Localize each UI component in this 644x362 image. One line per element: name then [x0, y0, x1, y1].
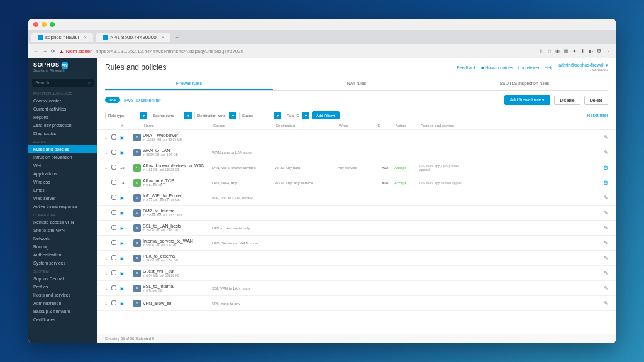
edit-icon[interactable]: ✎: [604, 134, 608, 140]
search-input[interactable]: Search⌕: [32, 79, 94, 87]
sidebar-item-wireless[interactable]: Wireless: [28, 178, 97, 186]
sidebar-item-activities[interactable]: Current activities: [28, 105, 97, 113]
close-icon[interactable]: ×: [84, 35, 87, 40]
sidebar-item-apps[interactable]: Applications: [28, 170, 97, 178]
row-checkbox[interactable]: [111, 165, 116, 170]
table-row[interactable]: 1 ▣ ≡ Internal_servers_to_WANin 58.06 GB…: [97, 236, 616, 251]
howto-link[interactable]: ■ How-to guides: [481, 65, 513, 70]
reset-filter-link[interactable]: Reset filter: [587, 113, 608, 118]
sidebar-item-control[interactable]: Control center: [28, 97, 97, 105]
row-checkbox[interactable]: [111, 255, 116, 260]
max-dot[interactable]: [50, 22, 55, 27]
sidebar-item-sysserv[interactable]: System services: [28, 259, 97, 267]
sidebar-item-network[interactable]: Network: [28, 234, 97, 243]
filter-dstzone[interactable]: Destination zone▾: [194, 112, 236, 119]
edit-icon[interactable]: ✎: [604, 210, 608, 216]
tab-firewall[interactable]: Firewall rules: [105, 77, 273, 90]
sidebar-item-reports[interactable]: Reports: [28, 113, 97, 121]
edit-icon[interactable]: ✎: [604, 300, 608, 306]
menu-icon[interactable]: ⋮: [606, 48, 611, 54]
filter-srczone[interactable]: Source zone▾: [150, 112, 192, 119]
download-icon[interactable]: ⬇: [580, 48, 585, 54]
sidebar-item-rules[interactable]: Rules and policies: [28, 145, 97, 153]
sidebar-item-central[interactable]: Sophos Central: [28, 275, 97, 283]
row-checkbox[interactable]: [111, 195, 116, 200]
row-checkbox[interactable]: [111, 270, 116, 275]
sidebar-item-ips[interactable]: Intrusion prevention: [28, 153, 97, 162]
ext4-icon[interactable]: ◐: [589, 48, 593, 54]
star-icon[interactable]: ☆: [547, 48, 552, 54]
row-checkbox[interactable]: [111, 134, 116, 140]
tab-2[interactable]: > 41 8500.44480000×: [96, 33, 170, 42]
add-filter-button[interactable]: Add Filter ▾: [312, 111, 340, 119]
help-link[interactable]: Help: [545, 65, 553, 70]
row-checkbox[interactable]: [111, 210, 116, 215]
sidebar-item-admin[interactable]: Administration: [28, 299, 97, 307]
new-tab-icon[interactable]: +: [175, 35, 179, 40]
sidebar-item-routing[interactable]: Routing: [28, 243, 97, 251]
sidebar-item-ravpn[interactable]: Remote access VPN: [28, 218, 97, 226]
disable-button[interactable]: Disable: [554, 96, 580, 105]
shield-icon[interactable]: ⛨: [597, 48, 602, 54]
sidebar-item-web[interactable]: Web: [28, 162, 97, 170]
sidebar-item-certs[interactable]: Certificates: [28, 315, 97, 324]
tab-nat[interactable]: NAT rules: [273, 77, 441, 90]
ipv6-link[interactable]: IPv6: [124, 98, 133, 102]
table-row[interactable]: 1 14 ‹ Allow_any_TCPin 0 B, out 0 B LAN,…: [97, 175, 616, 190]
ext2-icon[interactable]: ▦: [564, 48, 569, 54]
edit-icon[interactable]: ✎: [604, 225, 608, 231]
sidebar-item-email[interactable]: Email: [28, 186, 97, 194]
sidebar-item-backup[interactable]: Backup & firmware: [28, 307, 97, 315]
block-icon[interactable]: ⊖: [603, 179, 608, 186]
sidebar-item-profiles[interactable]: Profiles: [28, 283, 97, 291]
feedback-link[interactable]: Feedback: [457, 65, 476, 70]
block-icon[interactable]: ⊖: [603, 164, 608, 171]
row-checkbox[interactable]: [111, 225, 116, 230]
url-text[interactable]: https://43.131.252.13.4444#vsemnnsrls/h.…: [96, 48, 535, 54]
edit-icon[interactable]: ✎: [604, 255, 608, 261]
disable-filter-link[interactable]: Disable filter: [136, 98, 161, 102]
sidebar-item-diag[interactable]: Diagnostics: [28, 129, 97, 138]
row-checkbox[interactable]: [111, 285, 116, 290]
table-row[interactable]: 1 ▣ ≡ DNAT_Webserverin 160.56 MB, out 30…: [97, 130, 616, 145]
tab-ssl[interactable]: SSL/TLS inspection rules: [440, 77, 608, 90]
table-row[interactable]: 1 ▣ ≡ IoT_WiFi_to_Printerin 2.77 GB, out…: [97, 190, 616, 206]
filter-ruletype[interactable]: Rule type▾: [105, 112, 147, 119]
edit-icon[interactable]: ✎: [604, 285, 608, 291]
table-row[interactable]: 1 ▣ ≡ VPN_allow_all VPN zone to any ✎: [97, 296, 616, 311]
ext1-icon[interactable]: ◉: [555, 48, 560, 54]
delete-button[interactable]: Delete: [584, 96, 608, 105]
close-dot[interactable]: [33, 22, 38, 27]
table-row[interactable]: 1 ▣ ≡ PBX_to_externalin 31.64 GB, out 1.…: [97, 251, 616, 266]
edit-icon[interactable]: ✎: [604, 240, 608, 246]
add-rule-button[interactable]: Add firewall rule ▾: [504, 95, 551, 105]
min-dot[interactable]: [42, 22, 47, 27]
filter-ruleid[interactable]: Rule ID▾: [284, 112, 309, 119]
table-row[interactable]: 1 ▣ ≡ Guest_WiFi_outin 6.04 MB, out 688.…: [97, 266, 616, 281]
table-row[interactable]: 1 13 ‹ Allow_known_devices_to_WANin 1.61…: [97, 160, 616, 175]
sidebar-item-webserver[interactable]: Web server: [28, 194, 97, 202]
table-row[interactable]: 1 ▣ ≡ SSL_to_Internalin 0 B, out 0 B SSL…: [97, 281, 616, 296]
table-row[interactable]: 1 ▣ ≡ DMZ_to_Internalin 263.84 MB, out 2…: [97, 206, 616, 221]
ext3-icon[interactable]: ✦: [572, 48, 577, 54]
back-icon[interactable]: ←: [33, 48, 38, 54]
row-checkbox[interactable]: [111, 150, 116, 155]
sidebar-item-zeroday[interactable]: Zero-day protection: [28, 121, 97, 129]
close-icon[interactable]: ×: [162, 35, 165, 40]
share-icon[interactable]: ⇪: [539, 48, 543, 54]
edit-icon[interactable]: ✎: [604, 150, 608, 155]
sidebar-item-s2svpn[interactable]: Site-to-site VPN: [28, 226, 97, 234]
forward-icon[interactable]: →: [42, 48, 47, 54]
user-menu[interactable]: admin@sophos-firewall ▾: [558, 63, 608, 68]
table-row[interactable]: 1 ▣ ≡ WAN_to_LANin 88.59 GB, out 3.09 GB…: [97, 145, 616, 160]
filter-status[interactable]: Status▾: [239, 112, 281, 119]
row-checkbox[interactable]: [111, 240, 116, 245]
sidebar-item-atr[interactable]: Active threat response: [28, 202, 97, 211]
table-row[interactable]: 1 ▣ ≡ SSL_to_LAN_hostsin 24.08 GB, out 7…: [97, 221, 616, 236]
sidebar-item-hosts[interactable]: Hosts and services: [28, 291, 97, 299]
row-checkbox[interactable]: [111, 300, 116, 305]
sidebar-item-auth[interactable]: Authentication: [28, 251, 97, 259]
row-checkbox[interactable]: [111, 180, 116, 185]
logviewer-link[interactable]: Log viewer: [518, 65, 540, 70]
edit-icon[interactable]: ✎: [604, 270, 608, 276]
